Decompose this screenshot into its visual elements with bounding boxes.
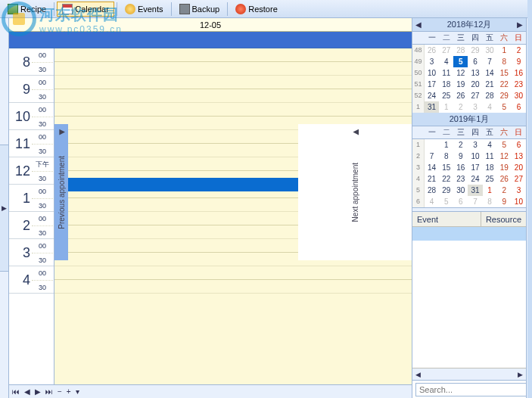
nav-prev-icon[interactable]: ◀ bbox=[24, 387, 30, 396]
calendar-day[interactable]: 5 bbox=[497, 101, 512, 113]
calendar-day[interactable]: 12 bbox=[453, 67, 468, 79]
nav-next-icon[interactable]: ▶ bbox=[35, 387, 41, 396]
calendar-day[interactable]: 31 bbox=[468, 185, 482, 196]
calendar-day[interactable]: 29 bbox=[497, 90, 512, 101]
calendar-day[interactable]: 27 bbox=[439, 45, 453, 56]
calendar-day[interactable]: 9 bbox=[497, 196, 512, 207]
calendar-day[interactable]: 5 bbox=[453, 56, 468, 67]
schedule-grid[interactable]: 800309003010003011003012下午30100302003030… bbox=[9, 48, 412, 384]
calendar-day[interactable]: 7 bbox=[483, 56, 497, 67]
calendar-day[interactable]: 2 bbox=[497, 185, 512, 196]
calendar-day[interactable]: 11 bbox=[483, 151, 497, 162]
calendar-day[interactable]: 6 bbox=[512, 139, 526, 151]
calendar-day[interactable]: 29 bbox=[468, 45, 482, 56]
next-appointment-handle[interactable]: ▶ Next appointment bbox=[298, 124, 412, 260]
calendar-day[interactable]: 13 bbox=[468, 67, 482, 79]
calendar-day[interactable]: 6 bbox=[468, 56, 482, 67]
calendar-day[interactable]: 20 bbox=[512, 162, 526, 173]
calendar-day[interactable]: 26 bbox=[453, 90, 468, 101]
calendar-day[interactable]: 15 bbox=[439, 162, 453, 173]
event-list-body[interactable] bbox=[412, 227, 526, 368]
calendar-day[interactable]: 4 bbox=[439, 56, 453, 67]
calendar-day[interactable]: 8 bbox=[497, 56, 512, 67]
calendar-day[interactable]: 17 bbox=[468, 162, 482, 173]
recipe-button[interactable]: Recipe bbox=[2, 2, 51, 17]
calendar-day[interactable]: 19 bbox=[497, 162, 512, 173]
calendar-day[interactable]: 23 bbox=[453, 173, 468, 185]
calendar-day[interactable]: 18 bbox=[483, 162, 497, 173]
calendar-day[interactable]: 2 bbox=[453, 101, 468, 113]
calendar-day[interactable]: 1 bbox=[497, 45, 512, 56]
calendar-day[interactable]: 25 bbox=[483, 173, 497, 185]
events-button[interactable]: Events bbox=[120, 2, 169, 17]
appointment-column[interactable]: ◀ Previous appointment ▶ Next appointmen… bbox=[54, 48, 412, 384]
calendar-day[interactable]: 3 bbox=[425, 56, 439, 67]
calendar-day[interactable]: 28 bbox=[453, 45, 468, 56]
calendar-day[interactable]: 28 bbox=[483, 90, 497, 101]
event-scrollbar[interactable]: ◀▶ bbox=[412, 368, 526, 380]
calendar-day[interactable]: 31 bbox=[425, 101, 439, 113]
calendar-day[interactable]: 10 bbox=[425, 67, 439, 79]
calendar-day[interactable]: 10 bbox=[512, 196, 526, 207]
calendar-day[interactable]: 7 bbox=[425, 151, 439, 162]
calendar-day[interactable]: 22 bbox=[439, 173, 453, 185]
calendar-day[interactable]: 27 bbox=[468, 90, 482, 101]
date-title[interactable]: 12-05 bbox=[9, 18, 412, 32]
calendar-button[interactable]: Calendar bbox=[57, 2, 114, 17]
previous-appointment-handle[interactable]: ◀ Previous appointment bbox=[54, 124, 68, 260]
calendar-day[interactable]: 6 bbox=[453, 196, 468, 207]
calendar-day[interactable]: 2 bbox=[453, 139, 468, 151]
scroll-left-icon[interactable]: ◀ bbox=[415, 371, 421, 378]
calendar-day[interactable]: 16 bbox=[453, 162, 468, 173]
calendar-day[interactable]: 30 bbox=[512, 90, 526, 101]
calendar-day[interactable]: 17 bbox=[425, 79, 439, 90]
calendar-day[interactable]: 13 bbox=[512, 151, 526, 162]
calendar-day[interactable]: 1 bbox=[439, 101, 453, 113]
calendar-day[interactable]: 4 bbox=[483, 139, 497, 151]
calendar-day[interactable]: 30 bbox=[483, 45, 497, 56]
left-rail-toggle[interactable]: ▶ bbox=[0, 145, 8, 272]
calendar-day[interactable]: 8 bbox=[439, 151, 453, 162]
calendar-day[interactable]: 23 bbox=[512, 79, 526, 90]
calendar-day[interactable]: 30 bbox=[453, 185, 468, 196]
calendar-day[interactable]: 6 bbox=[512, 101, 526, 113]
calendar-day[interactable]: 20 bbox=[468, 79, 482, 90]
calendar-day[interactable]: 8 bbox=[483, 196, 497, 207]
calendar-day[interactable]: 18 bbox=[439, 79, 453, 90]
restore-button[interactable]: Restore bbox=[230, 2, 283, 17]
search-input[interactable] bbox=[415, 383, 527, 396]
calendar-day[interactable]: 14 bbox=[483, 67, 497, 79]
calendar-day[interactable]: 26 bbox=[425, 45, 439, 56]
calendar-day[interactable]: 29 bbox=[439, 185, 453, 196]
event-row[interactable] bbox=[412, 227, 526, 241]
nav-plus-icon[interactable]: + bbox=[67, 387, 71, 396]
nav-last-icon[interactable]: ⏭ bbox=[45, 387, 53, 396]
calendar-day[interactable]: 5 bbox=[439, 196, 453, 207]
event-column-header[interactable]: Event bbox=[412, 212, 481, 226]
resource-column-header[interactable]: Resource bbox=[481, 212, 526, 226]
calendar-day[interactable]: 4 bbox=[483, 101, 497, 113]
calendar-day[interactable]: 7 bbox=[468, 196, 482, 207]
calendar-day[interactable]: 3 bbox=[512, 185, 526, 196]
calendar-day[interactable]: 21 bbox=[425, 173, 439, 185]
calendar-day[interactable]: 5 bbox=[497, 139, 512, 151]
calendar-day[interactable]: 1 bbox=[483, 185, 497, 196]
calendar-day[interactable]: 24 bbox=[468, 173, 482, 185]
scroll-right-icon[interactable]: ▶ bbox=[518, 371, 523, 378]
calendar-day[interactable]: 11 bbox=[439, 67, 453, 79]
nav-minus-icon[interactable]: − bbox=[58, 387, 62, 396]
calendar-day[interactable]: 4 bbox=[425, 196, 439, 207]
nav-goto-icon[interactable]: ▾ bbox=[76, 387, 79, 396]
backup-button[interactable]: Backup bbox=[174, 2, 226, 17]
calendar-day[interactable]: 15 bbox=[497, 67, 512, 79]
calendar-day[interactable]: 10 bbox=[468, 151, 482, 162]
calendar-day[interactable]: 2 bbox=[512, 45, 526, 56]
calendar-day[interactable]: 12 bbox=[497, 151, 512, 162]
calendar-day[interactable]: 9 bbox=[453, 151, 468, 162]
calendar-day[interactable]: 21 bbox=[483, 79, 497, 90]
calendar-day[interactable]: 26 bbox=[497, 173, 512, 185]
nav-first-icon[interactable]: ⏮ bbox=[12, 387, 20, 396]
calendar-day[interactable]: 28 bbox=[425, 185, 439, 196]
calendar-day[interactable]: 1 bbox=[439, 139, 453, 151]
calendar-day[interactable] bbox=[425, 139, 439, 151]
